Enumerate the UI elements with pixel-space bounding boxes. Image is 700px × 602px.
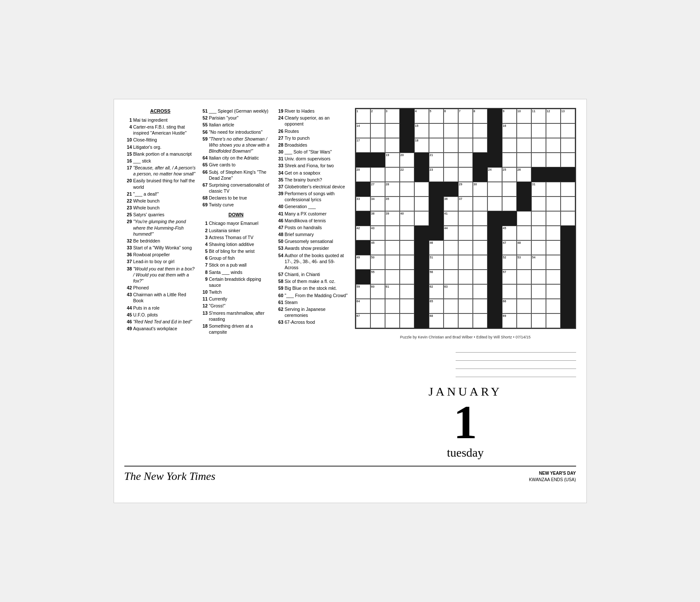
grid-cell[interactable]: 68 xyxy=(429,313,444,328)
grid-cell[interactable] xyxy=(502,197,517,211)
grid-cell[interactable] xyxy=(473,226,487,240)
grid-cell[interactable] xyxy=(414,255,429,270)
grid-cell[interactable] xyxy=(458,138,473,153)
grid-cell[interactable] xyxy=(531,270,546,284)
grid-cell[interactable] xyxy=(517,123,531,138)
grid-cell[interactable] xyxy=(487,313,502,328)
grid-cell[interactable] xyxy=(502,138,517,153)
grid-cell[interactable]: 57 xyxy=(502,270,517,284)
grid-cell[interactable]: 43 xyxy=(370,226,385,240)
grid-cell[interactable] xyxy=(531,240,546,255)
grid-cell[interactable] xyxy=(444,167,458,182)
grid-cell[interactable] xyxy=(370,153,385,167)
grid-cell[interactable]: 10 xyxy=(517,109,531,123)
grid-cell[interactable] xyxy=(561,182,575,197)
grid-cell[interactable] xyxy=(400,109,414,123)
grid-cell[interactable]: 9 xyxy=(502,109,517,123)
grid-cell[interactable]: 8 xyxy=(473,109,487,123)
grid-cell[interactable] xyxy=(458,123,473,138)
grid-cell[interactable] xyxy=(546,167,561,182)
grid-cell[interactable]: 50 xyxy=(370,255,385,270)
grid-cell[interactable] xyxy=(385,270,400,284)
grid-cell[interactable]: 5 xyxy=(429,109,444,123)
grid-cell[interactable] xyxy=(531,167,546,182)
grid-cell[interactable] xyxy=(561,270,575,284)
grid-cell[interactable] xyxy=(429,182,444,197)
grid-cell[interactable]: 65 xyxy=(429,299,444,313)
grid-cell[interactable]: 25 xyxy=(502,167,517,182)
grid-cell[interactable]: 60 xyxy=(370,284,385,299)
grid-cell[interactable] xyxy=(487,182,502,197)
grid-cell[interactable] xyxy=(473,197,487,211)
grid-cell[interactable] xyxy=(502,284,517,299)
grid-cell[interactable] xyxy=(414,197,429,211)
grid-cell[interactable] xyxy=(473,284,487,299)
grid-cell[interactable]: 39 xyxy=(385,211,400,226)
grid-cell[interactable] xyxy=(546,284,561,299)
grid-cell[interactable] xyxy=(385,240,400,255)
grid-cell[interactable]: 48 xyxy=(517,240,531,255)
grid-cell[interactable] xyxy=(429,226,444,240)
grid-cell[interactable] xyxy=(400,197,414,211)
grid-cell[interactable] xyxy=(561,226,575,240)
grid-cell[interactable] xyxy=(487,226,502,240)
grid-cell[interactable]: 69 xyxy=(502,313,517,328)
grid-cell[interactable] xyxy=(561,138,575,153)
grid-cell[interactable]: 47 xyxy=(502,240,517,255)
grid-cell[interactable] xyxy=(487,123,502,138)
grid-cell[interactable] xyxy=(546,153,561,167)
grid-cell[interactable]: 49 xyxy=(356,255,370,270)
grid-cell[interactable] xyxy=(487,270,502,284)
grid-cell[interactable] xyxy=(414,153,429,167)
grid-cell[interactable] xyxy=(400,123,414,138)
grid-cell[interactable]: 53 xyxy=(517,255,531,270)
grid-cell[interactable] xyxy=(414,240,429,255)
grid-cell[interactable]: 45 xyxy=(502,226,517,240)
grid-cell[interactable]: 44 xyxy=(444,226,458,240)
grid-cell[interactable] xyxy=(414,226,429,240)
grid-cell[interactable] xyxy=(356,153,370,167)
grid-cell[interactable]: 61 xyxy=(385,284,400,299)
grid-cell[interactable]: 15 xyxy=(414,123,429,138)
grid-cell[interactable] xyxy=(473,153,487,167)
grid-cell[interactable] xyxy=(473,138,487,153)
grid-cell[interactable]: 31 xyxy=(531,182,546,197)
grid-cell[interactable] xyxy=(502,153,517,167)
grid-cell[interactable] xyxy=(473,240,487,255)
grid-cell[interactable]: 3 xyxy=(385,109,400,123)
grid-cell[interactable]: 38 xyxy=(370,211,385,226)
grid-cell[interactable] xyxy=(531,284,546,299)
grid-cell[interactable] xyxy=(429,123,444,138)
grid-cell[interactable] xyxy=(370,138,385,153)
grid-cell[interactable] xyxy=(531,197,546,211)
grid-cell[interactable] xyxy=(429,138,444,153)
grid-cell[interactable] xyxy=(473,123,487,138)
grid-cell[interactable]: 2 xyxy=(370,109,385,123)
grid-cell[interactable] xyxy=(400,226,414,240)
grid-cell[interactable] xyxy=(444,138,458,153)
grid-cell[interactable] xyxy=(531,138,546,153)
grid-cell[interactable]: 36 xyxy=(444,197,458,211)
grid-cell[interactable] xyxy=(385,167,400,182)
grid-cell[interactable]: 63 xyxy=(444,284,458,299)
grid-cell[interactable] xyxy=(561,197,575,211)
grid-cell[interactable] xyxy=(429,211,444,226)
grid-cell[interactable] xyxy=(517,182,531,197)
grid-cell[interactable] xyxy=(531,123,546,138)
grid-cell[interactable] xyxy=(561,284,575,299)
grid-cell[interactable]: 28 xyxy=(385,182,400,197)
grid-cell[interactable] xyxy=(502,182,517,197)
grid-cell[interactable]: 51 xyxy=(429,255,444,270)
grid-cell[interactable] xyxy=(400,313,414,328)
grid-cell[interactable]: 7 xyxy=(458,109,473,123)
grid-cell[interactable] xyxy=(370,167,385,182)
grid-cell[interactable] xyxy=(487,255,502,270)
grid-cell[interactable] xyxy=(517,226,531,240)
grid-cell[interactable] xyxy=(561,211,575,226)
grid-cell[interactable] xyxy=(444,240,458,255)
grid-cell[interactable]: 12 xyxy=(546,109,561,123)
grid-cell[interactable] xyxy=(414,299,429,313)
grid-cell[interactable] xyxy=(487,240,502,255)
grid-cell[interactable] xyxy=(385,226,400,240)
grid-cell[interactable]: 18 xyxy=(414,138,429,153)
